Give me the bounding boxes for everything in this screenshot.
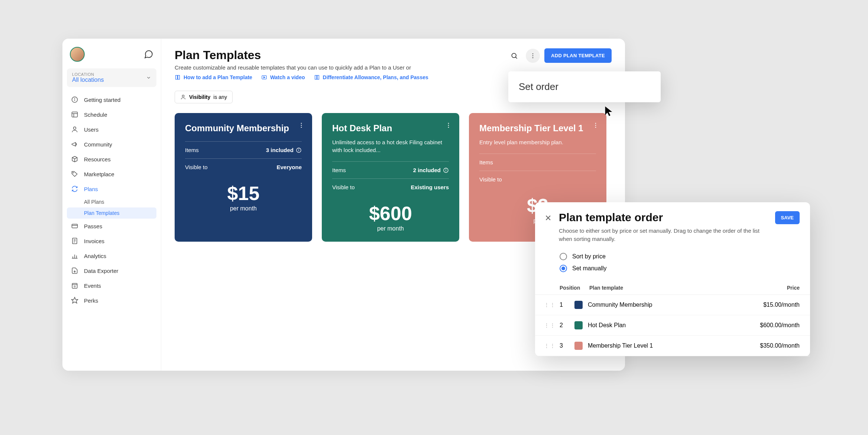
card-more-button[interactable] (445, 122, 452, 129)
plan-card-hot-desk[interactable]: Hot Desk Plan Unlimited access to a hot … (322, 113, 459, 242)
save-button[interactable]: SAVE (775, 211, 800, 224)
nav-perks[interactable]: Perks (67, 293, 156, 308)
items-value: 2 included (413, 167, 441, 173)
radio-icon (560, 265, 567, 272)
row-position: 1 (553, 302, 574, 308)
visible-label: Visible to (185, 164, 208, 170)
nav-passes[interactable]: Passes (67, 219, 156, 233)
row-price: $600.00/month (733, 322, 800, 329)
help-link-differentiate[interactable]: Differentiate Allowance, Plans, and Pass… (314, 74, 428, 80)
order-row[interactable]: ⋮⋮ 3 Membership Tier Level 1 $350.00/mon… (535, 336, 810, 356)
row-price: $350.00/month (733, 342, 800, 349)
nav-all-plans[interactable]: All Plans (67, 196, 156, 207)
location-selector[interactable]: LOCATION All locations (67, 68, 156, 87)
col-position: Position (560, 285, 589, 291)
svg-point-8 (73, 173, 74, 173)
more-button[interactable] (526, 49, 540, 63)
svg-marker-23 (264, 77, 265, 78)
chat-icon[interactable] (144, 49, 153, 59)
svg-point-32 (301, 127, 302, 128)
radio-set-manually[interactable]: Set manually (560, 262, 800, 274)
nav-analytics[interactable]: Analytics (67, 248, 156, 263)
svg-line-25 (515, 57, 517, 58)
order-row[interactable]: ⋮⋮ 2 Hot Desk Plan $600.00/month (535, 315, 810, 336)
nav-users[interactable]: Users (67, 122, 156, 137)
row-position: 3 (553, 342, 574, 349)
dropdown-set-order[interactable]: Set order (508, 74, 661, 100)
color-swatch (574, 321, 583, 329)
svg-point-36 (448, 123, 449, 124)
svg-point-41 (446, 169, 446, 170)
color-swatch (574, 342, 583, 350)
items-label: Items (479, 159, 493, 165)
nav-invoices[interactable]: Invoices (67, 233, 156, 248)
nav-resources[interactable]: Resources (67, 152, 156, 167)
card-more-button[interactable] (592, 122, 599, 129)
nav-label: Marketplace (84, 171, 114, 177)
play-icon (261, 74, 267, 80)
nav-getting-started[interactable]: Getting started (67, 92, 156, 107)
nav-label: Resources (84, 156, 111, 162)
nav-label: Passes (84, 223, 102, 229)
help-link-video[interactable]: Watch a video (261, 74, 305, 80)
search-button[interactable] (507, 49, 521, 63)
nav-label: Users (84, 126, 98, 133)
person-icon (180, 94, 186, 100)
star-icon (71, 296, 79, 304)
items-value: 3 included (266, 147, 294, 153)
nav-plans[interactable]: Plans (67, 181, 156, 196)
filter-value: is any (213, 94, 227, 100)
radio-label: Set manually (572, 265, 607, 272)
nav-data-exporter[interactable]: Data Exporter (67, 263, 156, 278)
card-desc: Unlimited access to a hot desk Filing ca… (332, 138, 449, 154)
nav-label: Data Exporter (84, 268, 119, 274)
svg-marker-21 (72, 297, 78, 303)
visible-value: Existing users (411, 184, 449, 190)
sort-radio-group: Sort by price Set manually (535, 243, 810, 278)
nav-events[interactable]: Events (67, 278, 156, 293)
radio-icon (560, 253, 567, 260)
header-actions: ADD PLAN TEMPLATE (507, 48, 612, 63)
help-links: How to add a Plan Template Watch a video… (175, 74, 428, 80)
nav-plan-templates[interactable]: Plan Templates (67, 207, 156, 219)
nav-schedule[interactable]: Schedule (67, 107, 156, 122)
modal-desc: Choose to either sort by price or set ma… (559, 227, 770, 243)
close-button[interactable]: ✕ (542, 211, 554, 225)
price-period: per month (185, 205, 302, 212)
drag-handle-icon[interactable]: ⋮⋮ (544, 343, 553, 349)
nav-label: Plans (84, 186, 98, 192)
svg-rect-3 (72, 112, 78, 117)
user-icon (71, 125, 79, 133)
page-subtitle: Create customizable and reusable templat… (175, 64, 428, 71)
plan-card-community[interactable]: Community Membership Items3 included Vis… (175, 113, 312, 242)
order-row[interactable]: ⋮⋮ 1 Community Membership $15.00/month (535, 295, 810, 315)
dropdown-menu: Set order (508, 71, 661, 102)
svg-point-27 (532, 55, 534, 56)
col-price: Price (733, 285, 800, 291)
svg-point-43 (595, 125, 596, 126)
receipt-icon (71, 237, 79, 245)
nav-community[interactable]: Community (67, 137, 156, 152)
page-title: Plan Templates (175, 48, 428, 62)
drag-handle-icon[interactable]: ⋮⋮ (544, 322, 553, 328)
price-period: per month (332, 225, 449, 232)
order-table: Position Plan template Price ⋮⋮ 1 Commun… (535, 281, 810, 356)
search-icon (511, 52, 518, 59)
location-label: LOCATION (72, 72, 104, 77)
add-plan-template-button[interactable]: ADD PLAN TEMPLATE (544, 48, 612, 63)
megaphone-icon (71, 140, 79, 148)
items-label: Items (185, 147, 199, 153)
nav-label: Invoices (84, 238, 104, 244)
help-link-how-to[interactable]: How to add a Plan Template (175, 74, 252, 80)
cursor-icon (603, 105, 614, 117)
nav-label: Community (84, 141, 112, 148)
visibility-filter[interactable]: Visibility is any (175, 91, 233, 103)
avatar[interactable] (70, 47, 85, 62)
nav-marketplace[interactable]: Marketplace (67, 167, 156, 181)
card-more-button[interactable] (298, 122, 305, 129)
card-title: Membership Tier Level 1 (479, 123, 596, 134)
filter-label: Visibility (189, 94, 210, 100)
radio-sort-by-price[interactable]: Sort by price (560, 251, 800, 262)
tag-icon (71, 170, 79, 178)
drag-handle-icon[interactable]: ⋮⋮ (544, 302, 553, 308)
